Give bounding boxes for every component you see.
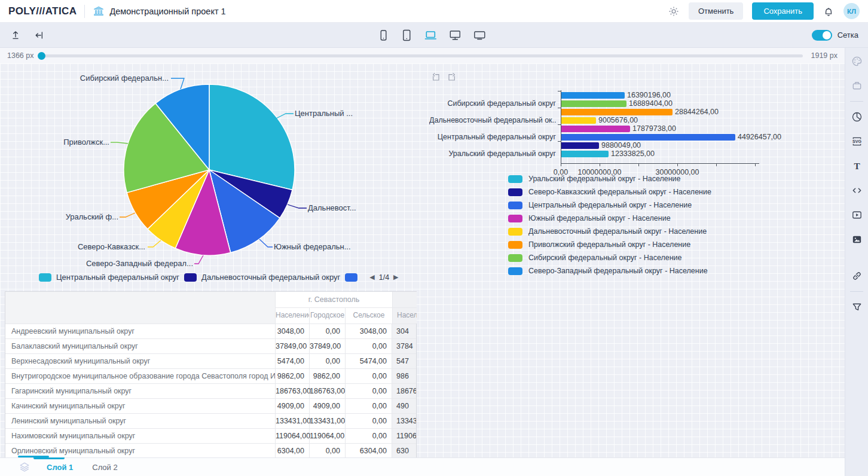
value-cell: 37849,00: [310, 339, 346, 353]
width-slider[interactable]: [42, 54, 802, 57]
table-column-group-header[interactable]: г. Севастополь: [276, 292, 392, 308]
x-axis-tick: [755, 164, 756, 166]
export-upload-icon[interactable]: [10, 29, 22, 41]
video-tool-icon[interactable]: [845, 203, 868, 227]
save-button[interactable]: Сохранить: [752, 2, 814, 20]
bar-legend-item[interactable]: Южный федеральный округ - Население: [508, 214, 711, 222]
bar-legend-item[interactable]: Дальневосточный федеральный округ - Насе…: [508, 227, 711, 236]
undo-icon[interactable]: [430, 72, 441, 82]
device-tablet-icon[interactable]: [400, 29, 413, 42]
legend-label: Северо-Западный федеральный округ - Насе…: [528, 267, 708, 275]
layers-icon[interactable]: [18, 460, 31, 474]
settings-gear-icon[interactable]: [668, 5, 680, 17]
device-phone-icon[interactable]: [377, 29, 390, 42]
width-slider-handle[interactable]: [38, 52, 45, 60]
table-row[interactable]: Гагаринский муниципальный округ186763,00…: [5, 383, 416, 398]
table-row[interactable]: Нахимовский муниципальный округ119064,00…: [5, 428, 416, 443]
legend-page-indicator: 1/4: [379, 273, 389, 282]
value-cell: 5474,00: [346, 354, 392, 368]
text-tool-icon[interactable]: T: [845, 154, 868, 178]
bar-legend-item[interactable]: Сибирский федеральный округ - Население: [508, 254, 711, 262]
bar[interactable]: [561, 100, 626, 107]
device-tv-icon[interactable]: [472, 29, 487, 42]
widgets-tray-icon[interactable]: [845, 74, 868, 98]
legend-pager: ◀ 1/4 ▶: [369, 273, 398, 282]
bar-legend-item[interactable]: Северо-Кавказский федеральный округ - На…: [508, 188, 711, 196]
value-cell: 119064,00: [276, 429, 310, 443]
image-tool-icon[interactable]: [845, 227, 868, 252]
palette-icon[interactable]: [845, 49, 868, 74]
pie-legend-item[interactable]: [345, 273, 357, 282]
pie-chart-widget[interactable]: Сибирский федеральн... Центральный ... П…: [6, 66, 418, 291]
bar-chart-widget[interactable]: Сибирский федеральный округ16390196,0016…: [429, 71, 836, 292]
table-row[interactable]: Качинский муниципальный округ4909,004909…: [5, 398, 416, 413]
code-tool-icon[interactable]: [845, 178, 868, 203]
bar-value-label: 28844264,00: [675, 109, 719, 115]
legend-label: Приволжский федеральный округ - Населени…: [528, 240, 690, 249]
pie-chart-tool-icon[interactable]: [845, 105, 868, 129]
value-cell: 3048,00: [346, 324, 392, 338]
value-cell: 133431,00: [310, 414, 346, 428]
table-column-header[interactable]: Сельское: [346, 308, 392, 324]
slider-max-label: 1919 px: [811, 51, 838, 60]
legend-swatch: [345, 273, 357, 282]
bar-value-label: 12333825,00: [611, 151, 655, 157]
table-row[interactable]: Внутригородское муниципальное образовани…: [5, 368, 416, 383]
pie-label-leader-line: [259, 239, 273, 247]
bar[interactable]: [561, 126, 630, 132]
user-avatar[interactable]: КЛ: [843, 3, 860, 19]
bar-value-label: 16390196,00: [627, 92, 671, 99]
value-cell: 4909,00: [310, 399, 346, 413]
table-row[interactable]: Андреевский муниципальный округ3048,000,…: [5, 324, 416, 338]
clipped-value-cell: 11906: [392, 429, 416, 443]
collapse-left-icon[interactable]: [33, 29, 45, 41]
table-row[interactable]: Орлиновский муниципальный округ6304,000,…: [5, 443, 416, 457]
project-breadcrumb[interactable]: Демонстрационный проект 1: [93, 5, 225, 17]
bar[interactable]: [561, 117, 596, 124]
bar-legend-item[interactable]: Уральский федеральный округ - Население: [508, 175, 711, 183]
bar-legend-item[interactable]: Центральный федеральный округ - Населени…: [508, 201, 711, 209]
bar-legend-item[interactable]: Северо-Западный федеральный округ - Насе…: [508, 267, 711, 275]
device-desktop-icon[interactable]: [448, 29, 462, 42]
value-cell: 0,00: [310, 444, 346, 457]
bar[interactable]: [561, 92, 625, 99]
legend-label: Северо-Кавказский федеральный округ - На…: [528, 188, 711, 196]
legend-next-icon[interactable]: ▶: [393, 273, 398, 281]
legend-prev-icon[interactable]: ◀: [369, 273, 374, 281]
device-laptop-icon-active[interactable]: [423, 29, 438, 42]
table-row[interactable]: Верхнесадовский муниципальный округ5474,…: [5, 353, 416, 368]
value-cell: 4909,00: [276, 399, 310, 413]
bar[interactable]: [561, 109, 673, 115]
dashboard-canvas[interactable]: Сибирский федеральн... Центральный ... П…: [0, 63, 845, 457]
cancel-button[interactable]: Отменить: [689, 2, 743, 20]
redo-icon[interactable]: [447, 72, 457, 82]
legend-swatch: [508, 202, 522, 209]
bar-legend-item[interactable]: Приволжский федеральный округ - Населени…: [508, 240, 711, 249]
pie-legend-item[interactable]: Дальневосточный федеральный округ: [184, 273, 340, 282]
value-cell: 0,00: [346, 429, 392, 443]
bar[interactable]: [561, 142, 599, 149]
pie-legend-item[interactable]: Центральный федеральный округ: [39, 273, 179, 282]
layer-tab-1[interactable]: Слой 1: [47, 463, 73, 472]
bar[interactable]: [561, 134, 735, 141]
table-column-header[interactable]: Городское: [310, 308, 346, 324]
table-row[interactable]: Балаклавский муниципальный округ37849,00…: [5, 338, 416, 353]
notifications-bell-icon[interactable]: [823, 5, 835, 17]
legend-swatch: [508, 228, 522, 236]
polymatica-logo: POLY///ATICA: [8, 5, 77, 17]
device-preview-switcher: [377, 23, 487, 47]
data-table-widget[interactable]: г. СевастопольНаселениеГородскоеСельское…: [5, 291, 417, 457]
filter-tool-icon[interactable]: [845, 295, 868, 319]
link-tool-icon[interactable]: [845, 264, 868, 288]
legend-label: Южный федеральный округ - Население: [528, 214, 671, 222]
svg-tool-icon[interactable]: SVG: [845, 129, 868, 154]
clipped-value-cell: 490: [392, 399, 416, 413]
bar[interactable]: [561, 151, 609, 157]
grid-toggle[interactable]: [812, 30, 832, 41]
layer-tab-2[interactable]: Слой 2: [92, 463, 117, 472]
table-column-header[interactable]: Население: [276, 308, 310, 324]
pie-legend: Центральный федеральный округДальневосто…: [39, 273, 399, 282]
bar-row: 44926457,00: [561, 134, 788, 141]
grid-toggle-label: Сетка: [838, 30, 858, 39]
table-row[interactable]: Ленинский муниципальный округ133431,0013…: [5, 413, 416, 428]
